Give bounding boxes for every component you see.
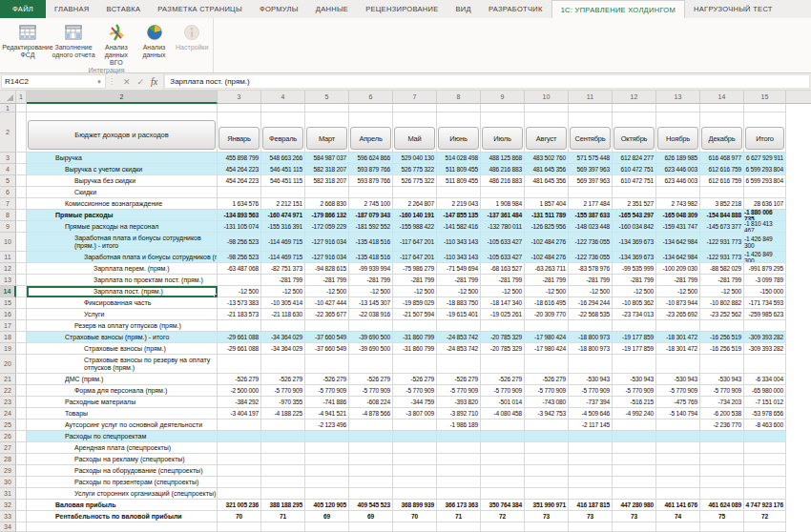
value-cell[interactable] [218,431,261,442]
row-label-cell[interactable]: Расходы по спецпроектам [27,431,218,442]
row-label-cell[interactable]: Товары [27,408,218,419]
value-cell[interactable] [481,320,525,332]
value-cell[interactable]: 71 [261,511,305,522]
month-header-cell[interactable]: Сентябрь [569,113,613,153]
month-header-cell[interactable]: Февраль [261,113,305,153]
value-cell[interactable]: 1 857 404 [525,198,569,210]
value-cell[interactable]: -23 252 562 [700,309,744,320]
value-cell[interactable]: -34 364 029 [261,332,305,343]
value-cell[interactable]: 28 636 107 [744,198,786,210]
value-cell[interactable] [393,442,437,454]
value-cell[interactable]: -39 690 500 [349,332,393,343]
value-cell[interactable] [261,187,305,198]
column-header-8[interactable]: 8 [437,91,481,104]
value-cell[interactable]: -63 487 068 [218,263,261,275]
value-cell[interactable] [349,320,393,332]
value-cell[interactable]: -19 025 261 [481,309,525,320]
value-cell[interactable]: -12 500 [700,286,744,297]
ribbon-tab-data[interactable]: ДАННЫЕ [307,0,357,18]
row-label-cell[interactable]: Страховые взносы (прям.) [27,343,218,355]
value-cell[interactable] [261,477,305,488]
value-cell[interactable]: -384 292 [218,397,261,408]
cell[interactable] [437,522,481,532]
value-cell[interactable]: 461 624 089 [700,500,744,511]
value-cell[interactable] [744,187,786,198]
value-cell[interactable]: -526 279 [261,374,305,385]
value-cell[interactable]: 388 188 295 [261,500,305,511]
row-header-23[interactable]: 23 [0,397,16,408]
cell[interactable] [16,198,27,210]
column-header-6[interactable]: 6 [349,91,393,104]
value-cell[interactable]: -2 500 000 [218,385,261,397]
value-cell[interactable] [481,442,525,454]
value-cell[interactable]: -145 673 377 [700,221,744,233]
row-label-cell[interactable]: Расходы по презентерам (спецпроекты) [27,477,218,488]
value-cell[interactable] [700,431,744,442]
value-cell[interactable]: -743 080 [525,397,569,408]
value-cell[interactable]: 71 [437,511,481,522]
value-cell[interactable]: -68 163 527 [481,263,525,275]
value-cell[interactable]: -5 770 909 [437,385,481,397]
value-cell[interactable]: -21 183 573 [218,309,261,320]
value-cell[interactable]: -21 507 594 [393,309,437,320]
cell[interactable] [16,113,27,153]
value-cell[interactable]: -1 426 849 300 [744,252,786,263]
value-cell[interactable]: 529 040 130 [393,153,437,164]
value-cell[interactable] [261,454,305,465]
value-cell[interactable]: -18 800 973 [569,332,613,343]
ribbon-tab-1c-holding[interactable]: 1С: УПРАВЛЕНИЕ ХОЛДИНГОМ [551,0,685,18]
value-cell[interactable]: -100 209 030 [656,263,700,275]
value-cell[interactable]: -10 805 362 [613,297,656,309]
value-cell[interactable]: -114 469 715 [261,233,305,252]
value-cell[interactable] [569,187,613,198]
row-header-26[interactable]: 26 [0,431,16,442]
value-cell[interactable] [569,454,613,465]
row-label-cell[interactable]: Прямые расходы на персонал [27,221,218,233]
report-title-cell[interactable]: Бюджет доходов и расходов [27,113,218,153]
value-cell[interactable] [481,187,525,198]
value-cell[interactable] [393,488,437,500]
value-cell[interactable]: 416 187 815 [569,500,613,511]
cell[interactable] [27,104,218,113]
value-cell[interactable]: -5 770 909 [656,385,700,397]
value-cell[interactable]: 616 468 977 [700,153,744,164]
value-cell[interactable]: -3 942 753 [525,408,569,419]
row-label-cell[interactable]: Выручка с учетом скидки [27,164,218,175]
column-header-4[interactable]: 4 [261,91,305,104]
value-cell[interactable] [349,488,393,500]
value-cell[interactable]: -155 988 422 [393,221,437,233]
value-cell[interactable]: -970 355 [261,397,305,408]
value-cell[interactable]: -12 500 [393,286,437,297]
value-cell[interactable]: 612 616 759 [700,164,744,175]
formula-input[interactable]: Зарплата пост. (прям.) [164,74,810,89]
value-cell[interactable] [349,442,393,454]
value-cell[interactable]: -4 941 521 [305,408,349,419]
value-cell[interactable] [481,419,525,431]
row-header-21[interactable]: 21 [0,374,16,385]
value-cell[interactable]: 366 173 363 [437,500,481,511]
value-cell[interactable] [744,431,786,442]
value-cell[interactable] [481,431,525,442]
month-header-cell[interactable]: Ноябрь [656,113,700,153]
value-cell[interactable]: 447 280 980 [613,500,656,511]
value-cell[interactable] [613,442,656,454]
cell[interactable] [16,374,27,385]
row-header-6[interactable]: 6 [0,187,16,198]
value-cell[interactable] [525,419,569,431]
value-cell[interactable]: 321 005 236 [218,500,261,511]
value-cell[interactable]: 2 745 100 [349,198,393,210]
value-cell[interactable]: 405 120 905 [305,500,349,511]
cell[interactable] [16,286,27,297]
value-cell[interactable] [393,477,437,488]
value-cell[interactable] [613,477,656,488]
value-cell[interactable]: 72 [744,511,786,522]
cell[interactable] [16,187,27,198]
value-cell[interactable]: 6 627 929 911 [744,153,786,164]
value-cell[interactable]: -5 770 909 [481,385,525,397]
ribbon-tab-home[interactable]: ГЛАВНАЯ [46,0,98,18]
value-cell[interactable]: -20 309 770 [525,309,569,320]
value-cell[interactable]: -134 369 673 [613,233,656,252]
value-cell[interactable]: -24 853 742 [437,332,481,343]
column-header-2[interactable]: 2 [27,91,218,104]
value-cell[interactable]: -102 484 276 [525,252,569,263]
